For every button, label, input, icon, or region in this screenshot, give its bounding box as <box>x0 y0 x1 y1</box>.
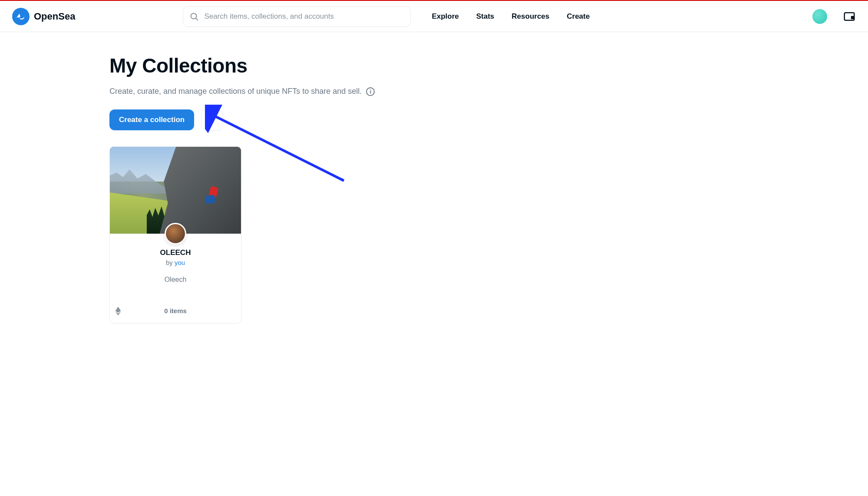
collection-card-body: OLEECH by you Oleech 0 items <box>110 234 241 323</box>
svg-point-5 <box>211 119 213 121</box>
collection-avatar <box>165 223 186 245</box>
more-options-button[interactable] <box>201 109 223 131</box>
search-box[interactable] <box>183 6 411 27</box>
search-input[interactable] <box>204 12 404 21</box>
more-vertical-icon <box>208 116 216 124</box>
header-right <box>812 9 856 24</box>
page-subtitle: Create, curate, and manage collections o… <box>109 87 362 96</box>
nav-resources[interactable]: Resources <box>512 12 549 21</box>
collection-item-count: 0 items <box>117 307 234 314</box>
actions-row: Create a collection <box>109 109 521 131</box>
collection-card[interactable]: OLEECH by you Oleech 0 items <box>109 146 241 324</box>
header: OpenSea Explore Stats Resources Create <box>0 1 868 32</box>
svg-line-1 <box>196 18 198 20</box>
brand-name: OpenSea <box>34 11 75 22</box>
collection-name: OLEECH <box>117 248 234 257</box>
info-icon[interactable]: i <box>366 87 375 96</box>
by-you-link[interactable]: you <box>175 259 185 266</box>
svg-point-4 <box>211 117 213 118</box>
svg-marker-9 <box>116 307 121 313</box>
nav-stats[interactable]: Stats <box>476 12 495 21</box>
collection-byline: by you <box>117 259 234 266</box>
svg-point-3 <box>852 17 853 18</box>
brand-logo[interactable]: OpenSea <box>12 8 75 25</box>
nav-explore[interactable]: Explore <box>432 12 459 21</box>
by-prefix: by <box>166 259 175 266</box>
primary-nav: Explore Stats Resources Create <box>432 12 590 21</box>
page-subtitle-row: Create, curate, and manage collections o… <box>109 87 521 96</box>
page-title: My Collections <box>109 54 521 77</box>
svg-point-6 <box>211 122 213 123</box>
collection-cover-image <box>110 147 241 234</box>
opensea-logo-icon <box>12 8 30 25</box>
search-icon <box>189 12 199 21</box>
collection-description: Oleech <box>117 276 234 284</box>
page-content: My Collections Create, curate, and manag… <box>0 32 521 358</box>
nav-create[interactable]: Create <box>567 12 590 21</box>
ethereum-icon <box>115 307 121 317</box>
wallet-icon[interactable] <box>843 10 856 23</box>
user-avatar[interactable] <box>812 9 827 24</box>
create-collection-button[interactable]: Create a collection <box>109 109 194 130</box>
